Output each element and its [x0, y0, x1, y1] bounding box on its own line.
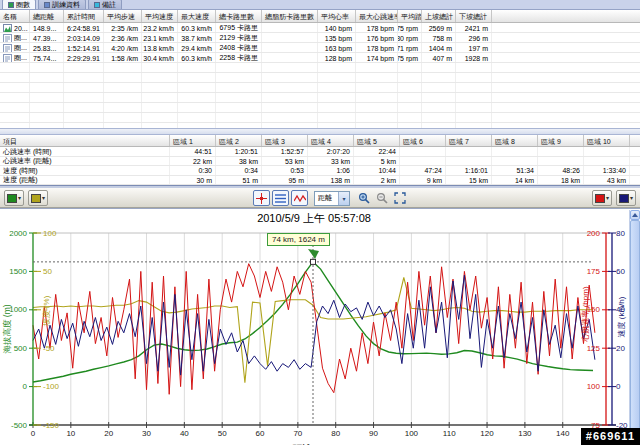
svg-text:130: 130 — [518, 429, 532, 438]
x-axis-mode-select[interactable]: 距離 ▾ — [314, 191, 350, 206]
table-cell: 33 km — [308, 157, 354, 166]
tab[interactable]: 圈數 — [2, 0, 36, 9]
column-header[interactable]: 總卡路里數 — [216, 10, 262, 22]
svg-text:20: 20 — [104, 429, 113, 438]
watermark: #669611 — [581, 428, 640, 445]
table-cell: 15 km — [446, 176, 492, 185]
column-header[interactable]: 總距離 — [30, 10, 64, 22]
table-row[interactable]: 速度 (時間)0:300:340:531:0610:4447:241:16:01… — [0, 166, 640, 176]
svg-text:500: 500 — [14, 344, 28, 353]
column-header[interactable]: 名稱 — [0, 10, 30, 22]
svg-text:海拔高度 (m): 海拔高度 (m) — [2, 304, 12, 353]
header-filler — [630, 135, 640, 146]
svg-text:50: 50 — [43, 267, 52, 276]
svg-text:-100: -100 — [43, 382, 60, 391]
tab[interactable]: 備註 — [88, 0, 122, 9]
column-header[interactable]: 平均速度 — [142, 10, 178, 22]
table-cell: 2:03:14.09 — [64, 33, 104, 42]
table-cell: 38.7 km/h — [178, 33, 216, 42]
line-chart-button[interactable] — [291, 190, 308, 206]
column-header[interactable]: 項目 — [0, 135, 170, 146]
speed-series-color-button[interactable]: ▾ — [616, 190, 636, 206]
lap-icon — [3, 54, 12, 63]
chevron-down-icon: ▾ — [606, 195, 609, 201]
column-header[interactable]: 累計時間 — [64, 10, 104, 22]
column-header[interactable]: 平均踏頻 — [398, 10, 422, 22]
zoom-fit-button[interactable] — [392, 190, 408, 206]
horizontal-splitter[interactable] — [0, 128, 640, 135]
column-header[interactable]: 最大心跳速率 — [356, 10, 398, 22]
column-header[interactable]: 區域 5 — [354, 135, 400, 146]
table-row[interactable]: 圈...25.83...1:52:14.914:20 /km13.8 km/h2… — [0, 43, 640, 53]
scrollbar-thumb[interactable] — [630, 220, 640, 434]
tab-strip: 圈數訓練資料備註 — [0, 0, 640, 10]
svg-text:-150: -150 — [43, 421, 60, 430]
column-header[interactable]: 區域 6 — [400, 135, 446, 146]
app-window: 圈數訓練資料備註 名稱總距離累計時間平均步速平均速度最大速度總卡路里數總脂肪卡路… — [0, 0, 640, 445]
chevron-down-icon: ▾ — [18, 195, 21, 201]
svg-text:175: 175 — [587, 267, 601, 276]
zoom-in-button[interactable] — [356, 190, 372, 206]
table-cell: 圈... — [0, 33, 30, 42]
table-row[interactable]: 圈...47.39...2:03:14.092:36 /km23.1 km/h3… — [0, 33, 640, 43]
column-header[interactable]: 區域 7 — [446, 135, 492, 146]
column-header[interactable]: 下坡總計 — [456, 10, 492, 22]
table-cell: 135 bpm — [318, 33, 356, 42]
line-chart-icon — [294, 193, 306, 204]
zones-table: 項目區域 1區域 2區域 3區域 4區域 5區域 6區域 7區域 8區域 9區域… — [0, 135, 640, 185]
column-header[interactable]: 平均步速 — [104, 10, 142, 22]
marker-mode-icon — [256, 193, 267, 204]
table-cell — [262, 33, 318, 42]
zoom-out-button[interactable] — [374, 190, 390, 206]
grade-series-color-button[interactable]: ▾ — [28, 190, 48, 206]
series-speed — [33, 275, 595, 375]
scrollbar-up-button[interactable] — [630, 210, 640, 220]
column-header[interactable]: 最大速度 — [178, 10, 216, 22]
column-header[interactable]: 區域 3 — [262, 135, 308, 146]
chart-controls: 距離 ▾ — [253, 190, 408, 206]
empty-row — [0, 113, 640, 123]
heart-rate-series-color-button[interactable]: ▾ — [592, 190, 612, 206]
column-header[interactable]: 區域 1 — [170, 135, 216, 146]
table-cell: 1:16:01 — [446, 166, 492, 175]
table-row[interactable]: 圈...75.74...2:29:29.911:58 /km30.4 km/h6… — [0, 53, 640, 63]
table-cell — [262, 43, 318, 52]
column-header[interactable]: 平均心率 — [318, 10, 356, 22]
column-header[interactable]: 總脂肪卡路里數 — [262, 10, 318, 22]
table-row[interactable]: 心跳速率 (時間)44:511:20:511:52:572:07:2022:44 — [0, 147, 640, 157]
svg-text:坡度 (%): 坡度 (%) — [42, 295, 51, 327]
empty-row — [0, 63, 640, 73]
table-header: 項目區域 1區域 2區域 3區域 4區域 5區域 6區域 7區域 8區域 9區域… — [0, 135, 640, 147]
table-row[interactable]: 速度 (距離)30 m51 m95 m138 m2 km9 km15 km14 … — [0, 176, 640, 186]
table-row[interactable]: 20...148.9...6:24:58.912:35 /km23.2 km/h… — [0, 23, 640, 33]
svg-text:200: 200 — [587, 229, 601, 238]
laps-table: 名稱總距離累計時間平均步速平均速度最大速度總卡路里數總脂肪卡路里數平均心率最大心… — [0, 10, 640, 128]
table-cell: 0:34 — [216, 166, 262, 175]
table-row[interactable]: 心跳速率 (距離)22 km38 km53 km33 km5 km — [0, 157, 640, 167]
table-cell: 2408 卡路里 — [216, 43, 262, 52]
grid-lines-icon — [275, 193, 286, 204]
table-cell: 2421 m — [456, 23, 492, 32]
column-header[interactable]: 上坡總計 — [422, 10, 456, 22]
column-header[interactable]: 區域 2 — [216, 135, 262, 146]
svg-text:70: 70 — [293, 429, 302, 438]
elevation-color-swatch — [7, 194, 17, 203]
chart-scrollbar[interactable] — [629, 210, 640, 445]
table-cell: 1404 m — [422, 43, 456, 52]
chart-toolbar: ▾ ▾ 距離 ▾ — [0, 188, 640, 208]
elevation-series-color-button[interactable]: ▾ — [4, 190, 24, 206]
marker-mode-button[interactable] — [253, 190, 270, 206]
column-header[interactable]: 區域 4 — [308, 135, 354, 146]
column-header[interactable]: 區域 8 — [492, 135, 538, 146]
column-header[interactable]: 區域 10 — [584, 135, 630, 146]
grid-lines-button[interactable] — [272, 190, 289, 206]
table-cell: 178 bpm — [356, 23, 398, 32]
table-cell: 1:52:57 — [262, 147, 308, 156]
chevron-down-icon: ▾ — [338, 192, 349, 205]
column-header[interactable]: 區域 9 — [538, 135, 584, 146]
svg-text:110: 110 — [443, 429, 456, 438]
table-cell — [492, 157, 538, 166]
left-series-buttons: ▾ ▾ — [4, 190, 48, 206]
tab[interactable]: 訓練資料 — [38, 0, 86, 9]
table-cell: 44:51 — [170, 147, 216, 156]
